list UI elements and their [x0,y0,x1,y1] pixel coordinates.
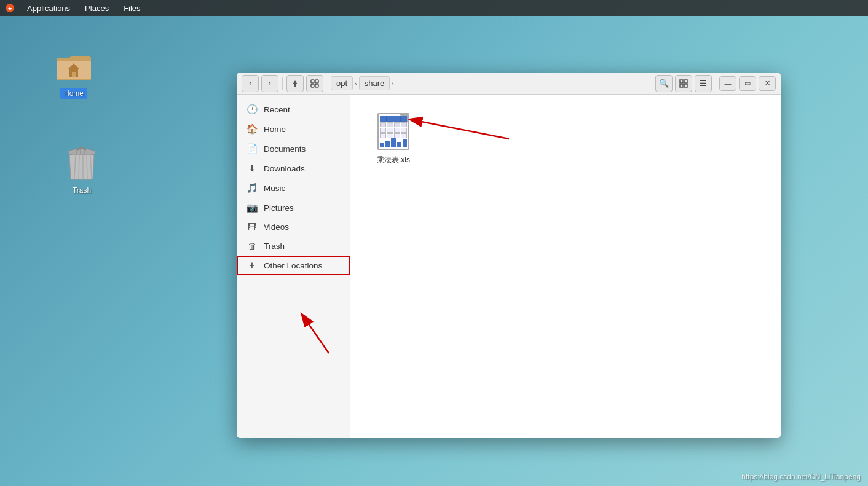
view-grid-button[interactable] [675,75,692,92]
breadcrumb-end-arrow: › [392,80,394,87]
menu-bar-logo: ★ [5,3,15,13]
toolbar-actions: 🔍 ☰ [655,75,712,92]
desktop-icon-trash[interactable]: Trash [54,143,109,196]
home-icon: 🏠 [247,123,258,135]
file-area: 乘法表.xls [350,95,781,438]
file-manager-window: ‹ › opt › share › 🔍 [237,73,781,438]
svg-rect-24 [680,84,683,87]
home-icon-label: Home [60,88,87,99]
svg-rect-18 [311,80,314,83]
sidebar-item-trash[interactable]: 🗑 Trash [237,237,350,256]
breadcrumb-share[interactable]: share [359,76,390,90]
separator-1 [282,77,283,90]
trash-desktop-icon [62,143,101,182]
svg-rect-7 [72,72,76,77]
svg-rect-19 [315,80,318,83]
sidebar-trash-label: Trash [264,241,340,251]
sidebar-item-pictures[interactable]: 📷 Pictures [237,198,350,218]
content-area: 🕐 Recent 🏠 Home 📄 Documents ⬇ Downloads … [237,95,781,438]
nav-forward-button[interactable]: › [261,75,278,92]
status-bar: https://blog.csdn.net/CN_LiTianpeng [741,472,861,481]
xls-icon-visual [377,113,409,150]
documents-icon: 📄 [247,143,258,154]
menu-bar: ★ Applications Places Files [0,0,868,16]
sidebar-recent-label: Recent [264,105,340,114]
xls-file-name: 乘法表.xls [377,155,410,165]
breadcrumb-sep: › [355,80,357,87]
nav-up-button[interactable] [286,75,304,92]
minimize-button[interactable]: — [719,76,736,91]
other-locations-icon: + [247,260,258,271]
menu-places[interactable]: Places [82,2,111,14]
music-icon: 🎵 [247,182,258,194]
nav-back-button[interactable]: ‹ [242,75,259,92]
pictures-icon: 📷 [247,202,258,213]
maximize-button[interactable]: ▭ [739,76,756,91]
close-button[interactable]: ✕ [759,76,776,91]
videos-icon: 🎞 [247,222,258,232]
menu-applications[interactable]: Applications [25,2,73,14]
downloads-icon: ⬇ [247,163,258,174]
sidebar-pictures-label: Pictures [264,203,340,213]
view-list-button[interactable]: ☰ [695,75,712,92]
sidebar-item-recent[interactable]: 🕐 Recent [237,100,350,119]
sidebar-item-other-locations[interactable]: + Other Locations [237,256,350,275]
trash-icon-label: Trash [69,185,95,196]
sidebar: 🕐 Recent 🏠 Home 📄 Documents ⬇ Downloads … [237,95,350,438]
sidebar-item-home[interactable]: 🏠 Home [237,119,350,139]
breadcrumb-opt[interactable]: opt [331,76,353,90]
status-url: https://blog.csdn.net/CN_LiTianpeng [741,472,861,481]
recent-icon: 🕐 [247,104,258,115]
svg-line-16 [87,155,87,179]
sidebar-documents-label: Documents [264,144,340,154]
sidebar-item-music[interactable]: 🎵 Music [237,178,350,198]
svg-line-14 [79,155,79,179]
sidebar-music-label: Music [264,184,340,193]
sidebar-other-locations-label: Other Locations [264,261,340,270]
file-item-xls[interactable]: 乘法表.xls [363,107,424,170]
location-button[interactable] [306,75,323,92]
sidebar-videos-label: Videos [264,222,340,232]
breadcrumb: opt › share › [331,76,648,90]
search-button[interactable]: 🔍 [655,75,673,92]
menu-files[interactable]: Files [121,2,143,14]
sidebar-item-videos[interactable]: 🎞 Videos [237,218,350,237]
svg-text:★: ★ [7,6,12,12]
home-folder-icon [54,46,93,85]
svg-rect-22 [680,80,683,83]
window-controls: — ▭ ✕ [719,76,776,91]
desktop-icon-home[interactable]: Home [46,46,101,99]
sidebar-downloads-label: Downloads [264,164,340,173]
svg-rect-20 [311,84,314,87]
title-bar: ‹ › opt › share › 🔍 [237,73,781,95]
svg-rect-25 [684,84,687,87]
xls-file-icon [374,112,413,151]
svg-rect-23 [684,80,687,83]
svg-rect-21 [315,84,318,87]
sidebar-trash-icon: 🗑 [247,241,258,251]
sidebar-item-documents[interactable]: 📄 Documents [237,139,350,159]
sidebar-home-label: Home [264,125,340,134]
sidebar-item-downloads[interactable]: ⬇ Downloads [237,159,350,178]
